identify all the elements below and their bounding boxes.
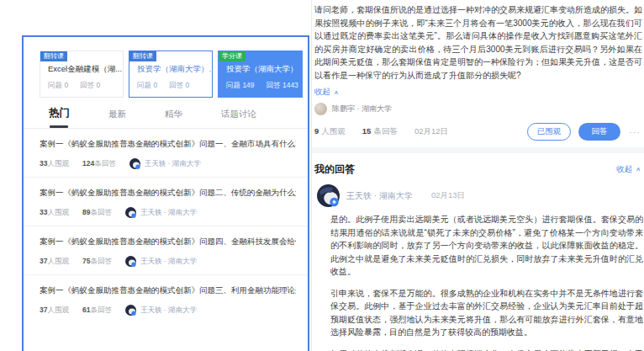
answer-author-name: 王天轶 · 湖南大学 [346, 190, 413, 202]
author-name: 王天轶 · 湖南大学 [140, 208, 197, 218]
app-window: 翻转课 Excel金融建模（湖... 问题 0 回答 0 翻转课 投资学（湖南大… [0, 0, 644, 351]
tab-label: 热门 [49, 107, 70, 119]
section-divider-band [312, 147, 644, 153]
course-card-touzixue-credit-selected[interactable]: 学分课 投资学（湖南大学） 问题 149 回答 1443 [218, 51, 303, 98]
replies-label: 条回答 [373, 126, 398, 136]
author-name: 王天轶 · 湖南大学 [140, 257, 197, 267]
question-date: 02月12日 [414, 126, 448, 137]
replies-label: 条回答 [94, 159, 116, 168]
tab-hot[interactable]: 热门 [49, 106, 70, 128]
views-label: 人围观 [321, 126, 346, 136]
asker-avatar [314, 103, 327, 115]
course-card-stats: 问题 0 回答 0 [137, 81, 212, 91]
author-avatar [125, 305, 136, 316]
answer-button[interactable]: 回答 [578, 123, 620, 141]
tab-latest[interactable]: 最新 [108, 109, 126, 128]
answer-paragraph: 如果对价格走势判断失误，价格出现极端变化，套保交易也可能带来巨额亏损。由于燃料油… [330, 348, 643, 351]
tab-label: 话题讨论 [221, 109, 256, 119]
author-avatar [125, 207, 136, 218]
question-title: 案例一《蚂蚁金服助推普惠金融的模式创新》问题一、金融市场具有什么功能? [40, 139, 296, 150]
answers-label: 回答 [169, 81, 183, 89]
questions-count: 149 [242, 81, 254, 89]
left-column: 翻转课 Excel金融建模（湖... 问题 0 回答 0 翻转课 投资学（湖南大… [0, 0, 311, 351]
question-stats: 9人围观 15条回答 02月12日 [314, 126, 527, 137]
my-answer-header: 我的回答 收起 ∧ [314, 162, 641, 177]
answer-author-row: 王天轶 · 湖南大学 02月13日 [314, 184, 641, 207]
author-avatar [129, 158, 140, 169]
answers-count: 0 [185, 81, 189, 89]
chevron-up-icon: ∧ [334, 89, 339, 95]
author-name: 王天轶 · 湖南大学 [140, 306, 197, 316]
questions-count: 0 [153, 81, 157, 89]
collapse-answer-button[interactable]: 收起 ∧ [616, 164, 641, 175]
question-meta-row: 9人围观 15条回答 02月12日 已围观 回答 ··· [314, 123, 641, 141]
course-discussion-panel: 翻转课 Excel金融建模（湖... 问题 0 回答 0 翻转课 投资学（湖南大… [22, 35, 309, 351]
questions-label: 问题 [226, 81, 240, 89]
question-meta: 37人围观 75条回答 王天轶 · 湖南大学 [40, 256, 296, 267]
course-card-touzixue-flipped[interactable]: 翻转课 投资学（湖南大学）... 问题 0 回答 0 [129, 51, 213, 98]
answer-paragraph: 是的。此例子使用卖出远期美元（或者说远期美元空头）进行套期保值。套保交易的结果用… [330, 213, 643, 279]
answer-body: 是的。此例子使用卖出远期美元（或者说远期美元空头）进行套期保值。套保交易的结果用… [330, 213, 643, 351]
answers-count: 1443 [282, 81, 298, 89]
answers-label: 回答 [267, 81, 281, 89]
question-meta: 33人围观 124条回答 王天轶 · 湖南大学 [40, 158, 296, 169]
collapse-label: 收起 [616, 164, 632, 175]
course-card-title: 投资学（湖南大学）... [137, 64, 211, 75]
question-detail-panel: 请问老师，套期保值所说的是通过选择一种对冲的交易来规避汇率变动所造成的损失。如果… [311, 0, 644, 351]
views-label: 人围观 [47, 208, 69, 216]
list-item[interactable]: 案例一《蚂蚁金服助推普惠金融的模式创新》问题三、利用金融功能理论来分析蚂蚁 37… [24, 274, 308, 323]
replies-count: 124 [82, 159, 94, 168]
answers-count: 0 [96, 81, 100, 89]
course-type-badge: 翻转课 [129, 51, 156, 61]
asker-row: 陈鹏宇 · 湖南大学 [314, 103, 641, 115]
list-item[interactable]: 案例一《蚂蚁金服助推普惠金融的模式创新》问题一、金融市场具有什么功能? 33人围… [24, 129, 308, 177]
author-avatar [125, 256, 136, 267]
author-name: 王天轶 · 湖南大学 [145, 159, 201, 169]
tab-featured[interactable]: 精华 [165, 109, 182, 128]
views-label: 人围观 [47, 306, 69, 314]
question-title: 案例一《蚂蚁金服助推普惠金融的模式创新》问题三、利用金融功能理论来分析蚂蚁 [40, 285, 296, 296]
collapse-label: 收起 [314, 87, 330, 98]
discussion-tabs: 热门 最新 精华 话题讨论 [24, 98, 308, 128]
list-item[interactable]: 案例一《蚂蚁金服助推普惠金融的模式创新》问题四、金融科技发展会给传统金融带 37… [24, 226, 308, 274]
question-meta: 37人围观 61条回答 王天轶 · 湖南大学 [40, 305, 296, 316]
active-tab-indicator [50, 125, 68, 128]
answer-paragraph: 引申来说，套保不是万能的。很多成熟的企业和机构在实务中并不是无条件地进行套保交易… [330, 287, 643, 339]
question-list: 案例一《蚂蚁金服助推普惠金融的模式创新》问题一、金融市场具有什么功能? 33人围… [24, 129, 308, 323]
chevron-up-icon: ∧ [636, 167, 641, 173]
views-label: 人围观 [47, 159, 69, 168]
answer-date: 02月13日 [431, 190, 465, 201]
more-options-icon[interactable]: ··· [629, 127, 641, 137]
tab-label: 最新 [108, 109, 126, 119]
replies-label: 条回答 [90, 208, 112, 216]
question-title: 案例一《蚂蚁金服助推普惠金融的模式创新》问题二、传统的金融为什么没能很好的 [40, 188, 296, 199]
replies-label: 条回答 [90, 257, 112, 265]
views-label: 人围观 [47, 257, 69, 265]
course-card-title: 投资学（湖南大学） [226, 64, 300, 75]
course-type-badge: 学分课 [219, 51, 245, 61]
answer-author-avatar [317, 184, 340, 207]
replies-label: 条回答 [90, 306, 112, 314]
my-answer-title: 我的回答 [314, 162, 616, 177]
collapse-question-button[interactable]: 收起 ∧ [314, 87, 339, 98]
course-card-excel[interactable]: 翻转课 Excel金融建模（湖... 问题 0 回答 0 [40, 51, 124, 98]
question-title: 案例一《蚂蚁金服助推普惠金融的模式创新》问题四、金融科技发展会给传统金融带 [40, 237, 296, 247]
course-card-title: Excel金融建模（湖... [48, 64, 122, 75]
asker-name: 陈鹏宇 · 湖南大学 [332, 104, 392, 114]
course-cards-row: 翻转课 Excel金融建模（湖... 问题 0 回答 0 翻转课 投资学（湖南大… [24, 37, 308, 98]
list-item[interactable]: 案例一《蚂蚁金服助推普惠金融的模式创新》问题二、传统的金融为什么没能很好的 33… [24, 177, 308, 226]
question-meta: 33人围观 89条回答 王天轶 · 湖南大学 [40, 207, 296, 218]
tab-label: 精华 [165, 109, 182, 119]
answers-label: 回答 [80, 81, 94, 89]
tab-topic-discussion[interactable]: 话题讨论 [221, 109, 256, 128]
viewed-button[interactable]: 已围观 [527, 123, 571, 141]
course-card-stats: 问题 149 回答 1443 [226, 81, 302, 91]
views-count: 9 [314, 126, 319, 136]
course-type-badge: 翻转课 [40, 51, 67, 61]
question-full-text: 请问老师，套期保值所说的是通过选择一种对冲的交易来规避汇率变动所造成的损失。如果… [314, 3, 642, 82]
course-card-stats: 问题 0 回答 0 [48, 81, 123, 91]
questions-count: 0 [64, 81, 68, 89]
questions-label: 问题 [137, 81, 151, 89]
replies-count: 15 [362, 126, 372, 136]
questions-label: 问题 [48, 81, 62, 89]
